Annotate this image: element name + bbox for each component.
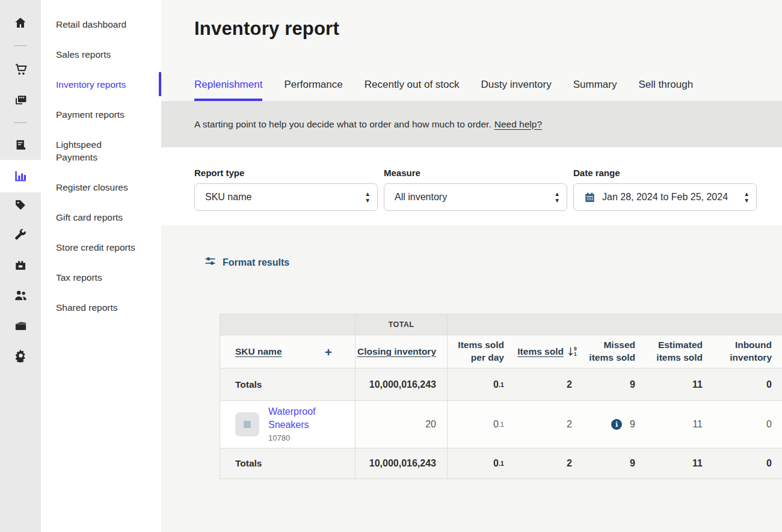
totals-label: Totals [220, 448, 356, 478]
replenishment-table: TOTAL SKU name + Closing inventory Items… [220, 314, 782, 479]
date-range-select[interactable]: Jan 28, 2024 to Feb 25, 2024 ▲▼ [573, 183, 757, 211]
rail-divider [14, 45, 27, 46]
tab-replenishment[interactable]: Replenishment [194, 79, 262, 101]
sidebar-item-lightspeed-payments[interactable]: Lightspeed Payments [41, 129, 161, 172]
sidebar-item-retail-dashboard[interactable]: Retail dashboard [41, 9, 161, 39]
product-sku: 10780 [268, 433, 337, 444]
tag-icon[interactable] [10, 194, 31, 216]
totals-items-sold: 2 [515, 448, 583, 478]
cart-icon[interactable] [10, 58, 31, 80]
sku-name-sort-link[interactable]: SKU name [235, 346, 282, 357]
column-header-items-sold-per-day: Items sold per day [448, 335, 515, 368]
sidebar-item-payment-reports[interactable]: Payment reports [41, 99, 161, 129]
tab-recently-out-of-stock[interactable]: Recently out of stock [365, 79, 460, 101]
sidebar-item-sales-reports[interactable]: Sales reports [41, 39, 161, 69]
spinner-arrows-icon[interactable]: ▲▼ [745, 192, 748, 203]
sort-descending-icon[interactable]: 91 [568, 346, 577, 357]
date-range-filter: Date range Jan 28, 2024 to Feb 25, 2024 … [573, 168, 757, 225]
briefcase-icon[interactable] [10, 314, 31, 336]
add-column-button[interactable]: + [325, 346, 332, 358]
totals-label: Totals [220, 368, 356, 401]
totals-missed-items-sold: 9 [583, 368, 646, 401]
info-icon[interactable]: i [611, 419, 622, 430]
product-closing-inventory: 20 [356, 401, 448, 448]
format-results-button[interactable]: Format results [205, 255, 289, 269]
report-tabs: Replenishment Performance Recently out o… [194, 79, 693, 101]
report-type-label: Report type [194, 168, 378, 178]
closing-inventory-sort-link[interactable]: Closing inventory [357, 346, 436, 358]
report-type-value: SKU name [205, 192, 251, 203]
column-header-estimated-items-sold: Estimated items sold [646, 335, 713, 368]
sidebar-item-inventory-reports[interactable]: Inventory reports [41, 69, 161, 99]
date-range-value: Jan 28, 2024 to Feb 25, 2024 [602, 192, 728, 203]
totals-estimated-items-sold: 11 [646, 448, 713, 478]
totals-inbound-inventory: 0 [713, 448, 782, 478]
sidebar-item-store-credit-reports[interactable]: Store credit reports [41, 232, 161, 262]
product-thumbnail [235, 412, 259, 436]
product-estimated-items-sold: 11 [646, 401, 713, 448]
column-header-sku-name: SKU name + [220, 335, 356, 368]
table-group-header-row: TOTAL [220, 314, 782, 335]
totals-missed-items-sold: 9 [583, 448, 646, 478]
image-placeholder-icon [244, 421, 251, 428]
tab-dusty-inventory[interactable]: Dusty inventory [481, 79, 552, 101]
measure-select[interactable]: All inventory ▲▼ [384, 183, 567, 211]
gear-icon[interactable] [10, 344, 31, 366]
totals-estimated-items-sold: 11 [646, 368, 713, 401]
need-help-link[interactable]: Need help? [494, 119, 542, 130]
sliders-icon [205, 255, 216, 269]
table-column-header-row: SKU name + Closing inventory Items sold … [220, 335, 782, 368]
apps-icon[interactable] [10, 254, 31, 276]
users-icon[interactable] [10, 284, 31, 306]
totals-closing-inventory: 10,000,016,243 [356, 368, 448, 401]
spinner-arrows-icon[interactable]: ▲▼ [366, 192, 369, 203]
totals-items-sold-per-day: 0.1 [448, 368, 515, 401]
totals-inbound-inventory: 0 [713, 368, 782, 401]
date-range-label: Date range [573, 168, 757, 178]
measure-label: Measure [384, 168, 567, 178]
sidebar-item-shared-reports[interactable]: Shared reports [41, 292, 161, 322]
format-results-label: Format results [223, 257, 289, 268]
filter-bar: Report type SKU name ▲▼ Measure All inve… [161, 147, 782, 225]
measure-filter: Measure All inventory ▲▼ [384, 168, 567, 225]
totals-items-sold: 2 [515, 368, 583, 401]
column-header-closing-inventory: Closing inventory [356, 335, 448, 368]
icon-rail [0, 0, 41, 532]
totals-items-sold-per-day: 0.1 [448, 448, 515, 478]
product-items-sold: 2 [515, 401, 583, 448]
product-items-sold-per-day: 0.1 [448, 401, 515, 448]
tab-performance[interactable]: Performance [284, 79, 342, 101]
home-icon[interactable] [10, 12, 31, 34]
column-header-inbound-inventory: Inbound inventory [713, 335, 782, 368]
bar-chart-icon-active[interactable] [0, 160, 41, 192]
receipt-icon[interactable] [10, 134, 31, 156]
sidebar-item-gift-card-reports[interactable]: Gift card reports [41, 202, 161, 232]
product-missed-items-sold: i 9 [583, 401, 646, 448]
info-banner: A starting point to help you decide what… [161, 101, 782, 147]
tab-summary[interactable]: Summary [573, 79, 617, 101]
group-header-total: TOTAL [356, 314, 448, 335]
items-sold-sort-link[interactable]: Items sold [517, 346, 564, 358]
totals-row-bottom: Totals 10,000,016,243 0.1 2 9 11 0 [220, 448, 782, 478]
totals-row-top: Totals 10,000,016,243 0.1 2 9 11 0 [220, 368, 782, 401]
reports-sidebar: Retail dashboard Sales reports Inventory… [41, 0, 161, 532]
product-link[interactable]: Waterproof Sneakers [268, 405, 337, 432]
spinner-arrows-icon[interactable]: ▲▼ [555, 192, 559, 203]
product-row: Waterproof Sneakers 10780 20 0.1 2 i 9 1… [220, 401, 782, 448]
totals-closing-inventory: 10,000,016,243 [356, 448, 448, 478]
report-content: Format results TOTAL SKU name + Closing … [161, 225, 782, 532]
measure-value: All inventory [395, 192, 447, 203]
report-type-select[interactable]: SKU name ▲▼ [194, 183, 378, 211]
group-header-empty-wide [448, 314, 782, 335]
group-header-empty [220, 314, 356, 335]
tab-sell-through[interactable]: Sell through [638, 79, 693, 101]
banner-text: A starting point to help you decide what… [194, 119, 491, 130]
product-inbound-inventory: 0 [713, 401, 782, 448]
column-header-missed-items-sold: Missed items sold [583, 335, 646, 368]
wrench-icon[interactable] [10, 224, 31, 246]
sidebar-item-register-closures[interactable]: Register closures [41, 172, 161, 202]
sidebar-item-tax-reports[interactable]: Tax reports [41, 262, 161, 292]
report-type-filter: Report type SKU name ▲▼ [194, 168, 378, 225]
page-header: Inventory report Replenishment Performan… [161, 0, 782, 101]
register-icon[interactable] [10, 89, 31, 111]
